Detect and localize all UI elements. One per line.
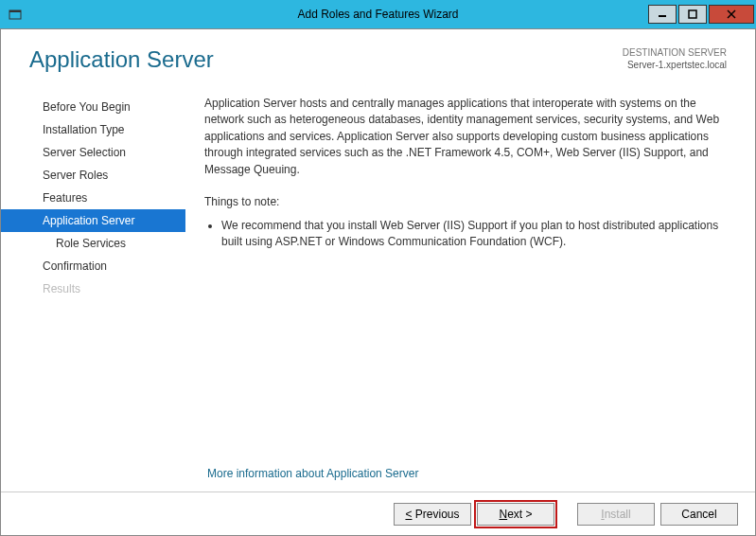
- previous-button[interactable]: < Previous: [394, 503, 471, 526]
- app-icon: [8, 7, 23, 22]
- sidebar-item-role-services[interactable]: Role Services: [1, 232, 185, 255]
- minimize-button[interactable]: [648, 5, 677, 24]
- close-button[interactable]: [709, 5, 754, 24]
- destination-server: DESTINATION SERVER Server-1.xpertstec.lo…: [623, 46, 727, 71]
- sidebar: Before You BeginInstallation TypeServer …: [1, 88, 185, 300]
- maximize-button[interactable]: [678, 5, 707, 24]
- notes-heading: Things to note:: [204, 195, 725, 208]
- destination-server-name: Server-1.xpertstec.local: [623, 59, 727, 71]
- sidebar-item-installation-type[interactable]: Installation Type: [1, 118, 185, 141]
- svg-rect-3: [689, 10, 696, 18]
- titlebar: Add Roles and Features Wizard: [0, 0, 756, 28]
- notes-list: We recommend that you install Web Server…: [204, 218, 725, 251]
- destination-server-label: DESTINATION SERVER: [623, 46, 727, 59]
- sidebar-item-server-selection[interactable]: Server Selection: [1, 141, 185, 164]
- install-button[interactable]: Install: [577, 503, 655, 526]
- window-title: Add Roles and Features Wizard: [297, 8, 458, 21]
- sidebar-item-confirmation[interactable]: Confirmation: [1, 255, 185, 277]
- wizard-content: Before You BeginInstallation TypeServer …: [1, 79, 755, 300]
- svg-rect-1: [9, 10, 21, 12]
- wizard-header: Application Server DESTINATION SERVER Se…: [1, 29, 755, 79]
- wizard-body: Application Server DESTINATION SERVER Se…: [0, 28, 756, 536]
- next-button[interactable]: Next >: [477, 503, 554, 526]
- sidebar-item-application-server[interactable]: Application Server: [1, 209, 185, 232]
- main-panel: Application Server hosts and centrally m…: [185, 88, 755, 300]
- description-text: Application Server hosts and centrally m…: [204, 96, 725, 178]
- window-controls: [648, 5, 756, 24]
- sidebar-item-server-roles[interactable]: Server Roles: [1, 164, 185, 187]
- more-info-link[interactable]: More information about Application Serve…: [207, 467, 418, 480]
- sidebar-item-before-you-begin[interactable]: Before You Begin: [1, 96, 185, 118]
- cancel-button[interactable]: Cancel: [660, 503, 738, 526]
- sidebar-item-results: Results: [1, 277, 185, 300]
- note-item: We recommend that you install Web Server…: [221, 218, 725, 251]
- sidebar-item-features[interactable]: Features: [1, 187, 185, 209]
- button-bar: < Previous Next > Install Cancel: [1, 491, 755, 535]
- page-title: Application Server: [29, 46, 214, 73]
